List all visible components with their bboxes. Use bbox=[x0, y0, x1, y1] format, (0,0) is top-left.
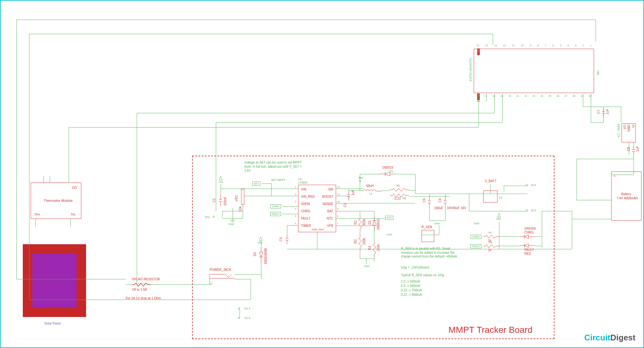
wire bbox=[360, 211, 360, 216]
solar-panel-label: Solar Panel bbox=[44, 322, 61, 325]
jack-symbol bbox=[209, 273, 235, 279]
note-val-3: 0.22 -> 800mA bbox=[401, 293, 422, 296]
wire bbox=[151, 284, 209, 285]
led-icon bbox=[520, 235, 535, 239]
c6-ref: C6 bbox=[438, 198, 442, 202]
wire bbox=[221, 184, 221, 197]
c3-ref: C3 bbox=[343, 203, 347, 207]
wire bbox=[493, 34, 493, 45]
pn: 11 bbox=[337, 193, 340, 196]
wire bbox=[494, 94, 495, 113]
resistor-r5 bbox=[390, 188, 409, 192]
battery-minus: - bbox=[614, 215, 615, 219]
wire bbox=[422, 235, 439, 235]
note-val-0: 1.0 -> 550mA bbox=[401, 280, 420, 283]
wire bbox=[621, 107, 621, 122]
cap-c5 bbox=[428, 197, 431, 208]
wire bbox=[542, 211, 572, 211]
gnd-1: GND bbox=[228, 223, 234, 226]
wire bbox=[69, 127, 69, 176]
c1-ref: C1 bbox=[212, 198, 216, 202]
wire bbox=[243, 205, 243, 219]
wire bbox=[611, 175, 634, 175]
f2-ref: F2 bbox=[499, 196, 503, 199]
wire bbox=[395, 174, 415, 174]
pn: 1 bbox=[590, 44, 591, 47]
svg-marker-15 bbox=[259, 252, 263, 257]
wire bbox=[596, 20, 596, 42]
wire bbox=[349, 189, 349, 192]
pn: 9 bbox=[530, 44, 531, 47]
7805-vo: VO bbox=[623, 125, 627, 129]
d3-val: 1N5819 bbox=[382, 166, 393, 169]
wire bbox=[409, 190, 415, 191]
note-val-2: 0.33 -> 750mA bbox=[401, 289, 422, 292]
resistor-r3 bbox=[358, 235, 362, 251]
note-typical: Typical R_SEN values vs. Ichg bbox=[401, 273, 444, 277]
j3-2: J3-2 bbox=[531, 183, 536, 187]
pn: 12 bbox=[503, 44, 506, 47]
led-green-lbl: CHRG bbox=[524, 231, 534, 234]
thermistor-module: DO Thermistor Module TH+ TH- bbox=[31, 183, 81, 219]
pn: 23 bbox=[533, 95, 535, 97]
d2-val: 1N5819 bbox=[377, 219, 380, 230]
wire bbox=[336, 196, 349, 196]
net-set: SET bbox=[252, 182, 260, 186]
wire bbox=[221, 189, 298, 189]
thermistor-thm: TH- bbox=[71, 213, 76, 216]
r4-val: 250k bbox=[377, 244, 380, 251]
shunt-value: 1R to 1.5R bbox=[132, 288, 147, 291]
arrow-icon bbox=[259, 237, 262, 242]
wire bbox=[360, 251, 360, 258]
wire bbox=[137, 113, 137, 284]
led-icon bbox=[520, 244, 535, 248]
wire bbox=[209, 274, 210, 284]
pn: 27 bbox=[565, 95, 567, 97]
wire bbox=[126, 284, 132, 285]
thermistor-thp: TH+ bbox=[34, 213, 40, 216]
wire bbox=[572, 219, 611, 219]
wire bbox=[497, 194, 504, 194]
wire bbox=[287, 225, 298, 226]
pn: 4 bbox=[295, 208, 296, 210]
x1-1: X1-1 bbox=[244, 307, 250, 310]
7805-gnd: GND bbox=[627, 125, 631, 132]
gnd-5: GND bbox=[387, 233, 392, 236]
pn: 14 bbox=[485, 44, 488, 47]
pn: 15 bbox=[476, 44, 479, 47]
wire bbox=[261, 242, 261, 248]
wire bbox=[69, 176, 69, 183]
logo-part2: Digest bbox=[610, 333, 635, 342]
r7-ref: R7 bbox=[489, 231, 492, 234]
svg-marker-39 bbox=[497, 213, 501, 217]
pn: 2 bbox=[583, 44, 584, 47]
resistor-r6 bbox=[390, 194, 409, 197]
board-title: MMPT Tracker Board bbox=[448, 325, 533, 335]
gnd-2: GND bbox=[434, 222, 440, 225]
wire bbox=[336, 218, 385, 219]
wire bbox=[287, 249, 572, 249]
wire bbox=[216, 122, 502, 123]
led-red: RED bbox=[524, 252, 531, 255]
wire bbox=[374, 257, 374, 262]
pn: 8 bbox=[337, 215, 338, 218]
ic-esp32: IO23 IO22 TX0 RX0 IO21 IO19 IO18 IO5 IO1… bbox=[474, 49, 594, 93]
net-fault-2: FAULT bbox=[471, 244, 481, 248]
note-ichg: Ichg = .1/(R1||Rsen) bbox=[401, 266, 429, 269]
c5-ref: C5 bbox=[422, 198, 426, 202]
wire bbox=[499, 222, 499, 249]
ic-lt3652: VIN VIN_REG SHDN CHRG FAULT TIMER SW BOO… bbox=[298, 185, 336, 232]
pn: 25 bbox=[548, 95, 551, 97]
diode-d1 bbox=[259, 247, 263, 263]
testpoint-icon bbox=[359, 180, 361, 182]
wire bbox=[504, 186, 528, 186]
resistor-r7 bbox=[483, 235, 499, 239]
wire bbox=[374, 211, 374, 216]
wire bbox=[499, 246, 520, 246]
wire bbox=[16, 279, 126, 279]
wire bbox=[577, 159, 577, 200]
wire bbox=[271, 183, 272, 196]
battery-label: Battery bbox=[621, 192, 631, 196]
7805-vi: VI bbox=[632, 125, 635, 127]
rsen-ref: R_SEN bbox=[422, 225, 432, 229]
